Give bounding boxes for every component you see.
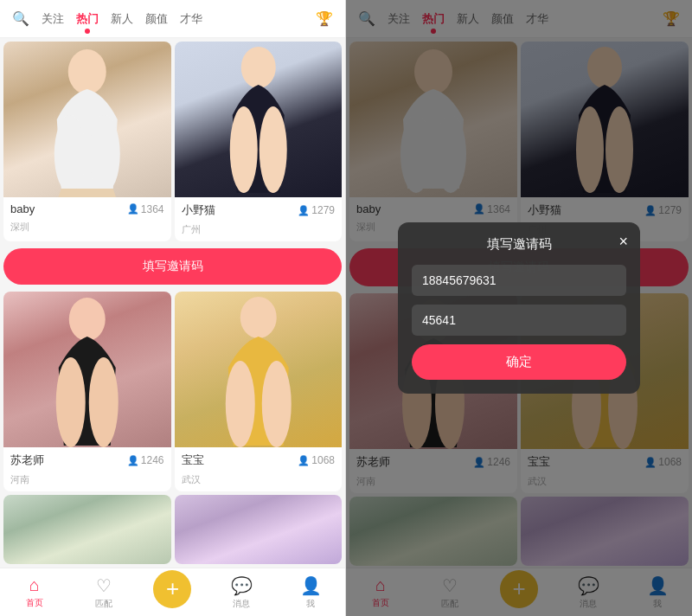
card-followers-3-left: 👤 1246	[127, 454, 164, 466]
card-name-2-left: 小野猫	[182, 202, 215, 218]
card-grid-left: baby 👤 1364 深圳	[0, 38, 345, 568]
person-icon-3-left: 👤	[127, 455, 139, 466]
tab-home-label-left: 首页	[26, 597, 43, 609]
card-name-3-left: 苏老师	[10, 452, 44, 468]
card-image-2-left	[175, 42, 343, 197]
nav-new-left[interactable]: 新人	[107, 10, 137, 29]
svg-point-7	[56, 357, 86, 447]
card-info-2-left: 小野猫 👤 1279	[175, 197, 343, 223]
invite-banner-left[interactable]: 填写邀请码	[3, 248, 342, 285]
tab-me-left[interactable]: 👤 我	[276, 575, 345, 610]
nav-talent-left[interactable]: 才华	[176, 10, 206, 29]
nav-follow-left[interactable]: 关注	[38, 10, 67, 29]
card-teacher-left[interactable]: 苏老师 👤 1246 河南	[3, 292, 171, 491]
svg-point-8	[89, 357, 119, 447]
top-nav-left: 🔍 关注 热门 新人 颜值 才华 🏆	[0, 0, 345, 38]
card-baby2-left[interactable]: 宝宝 👤 1068 武汉	[175, 292, 343, 491]
modal-confirm-button[interactable]: 确定	[412, 344, 626, 380]
girl-svg-1	[3, 42, 171, 197]
card-followers-1-left: 👤 1364	[127, 203, 164, 215]
gift-icon-left[interactable]: 🏆	[312, 9, 336, 29]
card-name-4-left: 宝宝	[182, 452, 204, 468]
tab-match-label-left: 匹配	[95, 598, 112, 610]
card-image-3-left	[3, 292, 171, 447]
message-icon-left: 💬	[231, 575, 253, 596]
tab-message-left[interactable]: 💬 消息	[207, 575, 276, 610]
girl-svg-2	[175, 42, 343, 197]
modal-overlay[interactable]: 填写邀请码 × 18845679631 45641 确定	[346, 0, 692, 616]
match-icon-left: ♡	[96, 575, 112, 596]
card-location-4-left: 武汉	[175, 473, 343, 491]
svg-point-1	[54, 115, 86, 193]
nav-hot-left[interactable]: 热门	[73, 10, 102, 29]
svg-point-11	[261, 361, 291, 447]
card-info-4-left: 宝宝 👤 1068	[175, 447, 343, 473]
card-location-1-left: 深圳	[3, 221, 171, 239]
card-followers-4-left: 👤 1068	[298, 454, 335, 466]
svg-point-4	[229, 106, 257, 193]
card-location-2-left: 广州	[175, 223, 343, 241]
card-followers-2-left: 👤 1279	[298, 204, 335, 216]
tab-plus-left[interactable]: +	[138, 570, 208, 615]
modal-code-field[interactable]: 45641	[412, 305, 626, 336]
card-image-4-left	[175, 292, 343, 447]
girl-svg-3	[3, 292, 171, 447]
right-panel: 🔍 关注 热门 新人 颜值 才华 🏆 baby	[346, 0, 692, 616]
svg-point-5	[259, 106, 286, 193]
tab-home-left[interactable]: ⌂ 首页	[0, 575, 69, 609]
left-panel: 🔍 关注 热门 新人 颜值 才华 🏆	[0, 0, 346, 616]
modal-close-button[interactable]: ×	[618, 233, 628, 251]
tab-message-label-left: 消息	[233, 598, 250, 610]
person-icon-4-left: 👤	[298, 455, 310, 466]
content-left: baby 👤 1364 深圳	[0, 38, 345, 568]
svg-point-9	[240, 297, 276, 338]
svg-point-3	[240, 47, 275, 88]
girl-svg-4	[175, 292, 343, 447]
card-image-5-left	[3, 495, 171, 564]
modal-phone-field[interactable]: 18845679631	[412, 265, 626, 296]
nav-face-left[interactable]: 颜值	[142, 10, 171, 29]
card-image-6-left	[175, 495, 343, 564]
tab-match-left[interactable]: ♡ 匹配	[69, 575, 138, 610]
card-info-3-left: 苏老师 👤 1246	[3, 447, 171, 473]
card-baby-left[interactable]: baby 👤 1364 深圳	[3, 42, 171, 241]
person-icon-1-left: 👤	[127, 203, 139, 215]
svg-point-10	[225, 361, 254, 447]
tab-bar-left: ⌂ 首页 ♡ 匹配 + 💬 消息 👤 我	[0, 568, 345, 616]
svg-point-6	[69, 298, 106, 341]
me-icon-left: 👤	[300, 575, 322, 596]
svg-point-2	[89, 115, 120, 193]
svg-point-0	[68, 49, 106, 94]
person-icon-2-left: 👤	[298, 205, 310, 216]
tab-me-label-left: 我	[306, 598, 315, 610]
modal-title: 填写邀请码	[412, 236, 626, 253]
card-info-1-left: baby 👤 1364	[3, 197, 171, 221]
card-wildcat-left[interactable]: 小野猫 👤 1279 广州	[175, 42, 343, 241]
card-6-left[interactable]	[175, 495, 343, 564]
modal-box: 填写邀请码 × 18845679631 45641 确定	[398, 222, 640, 394]
card-5-left[interactable]	[3, 495, 171, 564]
search-icon-left[interactable]: 🔍	[9, 9, 33, 29]
plus-button-left[interactable]: +	[153, 570, 191, 608]
home-icon-left: ⌂	[29, 575, 40, 595]
card-image-1-left	[3, 42, 171, 197]
card-name-1-left: baby	[10, 202, 35, 215]
card-location-3-left: 河南	[3, 473, 171, 491]
